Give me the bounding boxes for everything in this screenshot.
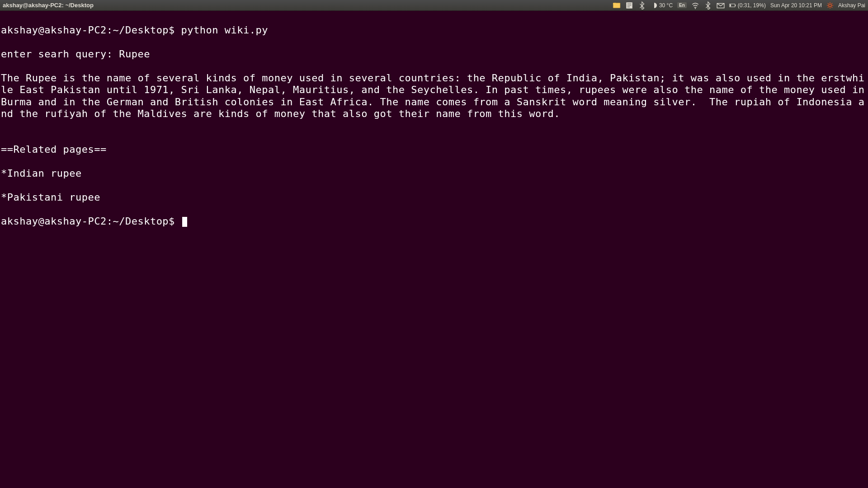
keyboard-layout-indicator[interactable]: En [677, 2, 687, 8]
svg-rect-1 [613, 3, 616, 4]
temperature-text: 30 °C [659, 2, 673, 9]
settings-icon[interactable] [826, 2, 834, 9]
files-icon[interactable] [613, 1, 621, 9]
notes-icon[interactable] [625, 1, 633, 9]
terminal-output-paragraph: The Rupee is the name of several kinds o… [1, 72, 867, 120]
svg-rect-6 [730, 4, 731, 6]
wifi-icon[interactable] [691, 1, 699, 9]
datetime-indicator[interactable]: Sun Apr 20 10:21 PM [770, 2, 822, 9]
user-indicator[interactable]: Akshay Pai [838, 2, 865, 9]
mail-icon[interactable] [717, 1, 725, 9]
battery-text: (0:31, 19%) [738, 2, 766, 9]
terminal-list-item: *Indian rupee [1, 168, 867, 179]
svg-point-3 [695, 8, 696, 9]
terminal-prompt-text: akshay@akshay-PC2:~/Desktop$ [1, 216, 181, 227]
battery-indicator[interactable]: (0:31, 19%) [729, 2, 766, 9]
temperature-indicator[interactable]: 30 °C [651, 2, 673, 9]
terminal-output[interactable]: akshay@akshay-PC2:~/Desktop$ python wiki… [0, 11, 868, 241]
terminal-heading-line: ==Related pages== [1, 144, 867, 155]
terminal-prompt-line: akshay@akshay-PC2:~/Desktop$ [1, 216, 867, 227]
bluetooth-icon-2[interactable] [704, 1, 712, 9]
system-indicators: 30 °C En (0:31, 19%) Sun Apr 20 10:21 PM… [613, 1, 865, 9]
terminal-list-item: *Pakistani rupee [1, 192, 867, 203]
svg-rect-7 [735, 5, 736, 6]
bluetooth-icon[interactable] [638, 1, 646, 9]
terminal-prompt-line: akshay@akshay-PC2:~/Desktop$ python wiki… [1, 24, 867, 36]
terminal-input-line: enter searh query: Rupee [1, 48, 867, 60]
window-titlebar: akshay@akshay-PC2: ~/Desktop 30 °C En (0… [0, 0, 868, 11]
cursor-icon [182, 217, 187, 227]
svg-point-8 [829, 4, 831, 7]
window-title: akshay@akshay-PC2: ~/Desktop [3, 2, 94, 9]
